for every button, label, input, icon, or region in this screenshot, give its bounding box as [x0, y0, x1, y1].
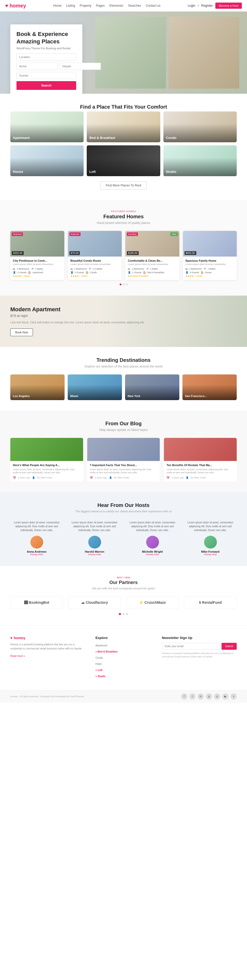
- social-vimeo[interactable]: v: [231, 694, 237, 700]
- partner-rentalfund[interactable]: $ RentalFund: [184, 596, 237, 609]
- partner-crunchmaze[interactable]: ⚡ CrunchMaze: [126, 596, 179, 609]
- social-youtube[interactable]: ▶: [222, 694, 228, 700]
- blog-title: From Our Blog: [10, 421, 237, 426]
- guests-input[interactable]: [16, 72, 76, 79]
- blog-post-meta-2: 4 years ago By Mike Foster: [167, 476, 234, 479]
- home-icon-0: [28, 271, 31, 274]
- host-role-0: Homey Host: [10, 553, 63, 556]
- nav-pages[interactable]: Pages: [96, 4, 105, 8]
- footer-link-hotel[interactable]: Hotel: [95, 661, 152, 666]
- category-loft[interactable]: Loft: [87, 145, 160, 176]
- host-name-3: Mike Forward: [184, 550, 237, 553]
- dot-2[interactable]: [126, 283, 128, 285]
- destination-la[interactable]: Los Angeles: [10, 374, 64, 400]
- location-input[interactable]: [16, 53, 76, 60]
- dot-1[interactable]: [123, 283, 125, 285]
- featured-title: Featured Homes: [10, 214, 237, 220]
- home-icon-3: [200, 271, 204, 274]
- book-now-button[interactable]: Book Now: [10, 328, 33, 336]
- blog-post-desc-2: Lorem ipsum dolor sit amet, consectetur …: [167, 468, 234, 474]
- beds-1: 2 Bedrooms: [74, 267, 87, 270]
- newsletter-submit-button[interactable]: Submit: [221, 643, 237, 650]
- partners-grid: 🅱 BookingBot ☁ Cloudfactory ⚡ CrunchMaze…: [10, 596, 237, 609]
- category-condo[interactable]: Condo: [164, 111, 237, 142]
- destination-miami[interactable]: Miami: [68, 374, 122, 400]
- category-studio[interactable]: Studio: [164, 145, 237, 176]
- property-card-3[interactable]: $455.00 Spacious Family Home Lorem ipsum…: [183, 231, 237, 280]
- search-button[interactable]: Search: [16, 81, 76, 90]
- calendar-icon-2: [167, 476, 170, 479]
- nav-listing[interactable]: Listing: [66, 4, 75, 8]
- nav-home[interactable]: Home: [53, 4, 61, 8]
- property-card-1[interactable]: featured $79.00 Beautiful Condo Room Lor…: [68, 231, 122, 280]
- featured-grid: featured $350.00 City Penthouse in Centr…: [10, 231, 237, 280]
- property-name-1: Beautiful Condo Room: [71, 259, 119, 262]
- property-card-2[interactable]: trending New $185.00 Comfortable & Clean…: [125, 231, 179, 280]
- category-label-loft: Loft: [89, 170, 96, 173]
- nav-contact[interactable]: Contact us: [146, 4, 160, 8]
- property-rating-3: ★★★★☆ Good: [186, 275, 234, 277]
- depart-input[interactable]: [60, 63, 101, 70]
- destination-ny[interactable]: New York: [125, 374, 179, 400]
- property-name-2: Comfortable & Clean Be...: [128, 259, 177, 262]
- blog-post-meta-0: 4 years ago By Mike Foster: [13, 476, 80, 479]
- footer-link-apartment[interactable]: Apartment: [95, 643, 152, 648]
- footer-link-studio[interactable]: » Studio: [95, 674, 152, 678]
- property-badge-2: trending: [127, 232, 138, 236]
- footer-newsletter-desc: Homey is a powerful booking platform tha…: [162, 652, 237, 659]
- trending-section: Trending Destinations Explore our select…: [0, 347, 247, 410]
- footer-link-bb[interactable]: » Bed & Breakfast: [95, 649, 152, 654]
- footer-link-loft[interactable]: » Loft: [95, 667, 152, 672]
- nav-searches[interactable]: Searches: [128, 4, 141, 8]
- partner-bookingbot[interactable]: 🅱 BookingBot: [10, 596, 63, 609]
- partner-dot-2[interactable]: [126, 613, 128, 615]
- partner-dot-0[interactable]: [119, 613, 121, 615]
- property-price-0: $350.00: [12, 251, 24, 255]
- footer-about-col: ♥ homey Homey is a powerful booking plat…: [10, 636, 85, 680]
- find-more-button[interactable]: Find More Places To Rent: [100, 181, 147, 189]
- category-bb[interactable]: Bed & Breakfast: [87, 111, 160, 142]
- social-pinterest[interactable]: p: [214, 694, 220, 700]
- social-google[interactable]: g: [206, 694, 212, 700]
- partner-cloudfactory[interactable]: ☁ Cloudfactory: [68, 596, 121, 609]
- become-host-button[interactable]: Become a Host: [215, 3, 242, 9]
- blog-section: From Our Blog Help always update on late…: [0, 410, 247, 492]
- blog-date-2: 4 years ago: [172, 476, 184, 479]
- social-linkedin[interactable]: in: [197, 694, 204, 700]
- blog-card-2[interactable]: Ten Benefits Of Rentals That Ma... Lorem…: [164, 438, 237, 482]
- logo[interactable]: ♥ homey: [5, 3, 26, 9]
- property-image-2: trending New $185.00: [125, 231, 179, 256]
- social-twitter[interactable]: t: [189, 694, 196, 700]
- footer-explore-title: Explore: [95, 636, 152, 640]
- footer-read-more-link[interactable]: Read more »: [10, 655, 25, 657]
- destination-sf[interactable]: San Francisco...: [183, 374, 237, 400]
- baths-icon-2: [146, 267, 149, 270]
- nav-property[interactable]: Property: [80, 4, 91, 8]
- blog-image-2: [164, 438, 237, 461]
- dot-0[interactable]: [120, 283, 122, 285]
- featured-section: Featured Homes Featured Homes Hand-picke…: [0, 200, 247, 296]
- nav-elementor[interactable]: Elementor: [109, 4, 124, 8]
- arrive-input[interactable]: [16, 63, 58, 70]
- footer-link-condo[interactable]: Condo: [95, 655, 152, 660]
- property-image-0: featured $350.00: [10, 231, 64, 256]
- login-link[interactable]: Login: [188, 4, 195, 8]
- hero-title: Book & Experience Amazing Places: [16, 30, 76, 45]
- social-facebook[interactable]: f: [181, 694, 187, 700]
- guests-2: 1 Guests: [132, 271, 141, 274]
- partners-subtitle: We join with the best companies around t…: [10, 587, 237, 590]
- category-label-apartment: Apartment: [13, 136, 30, 140]
- property-price-2: $185.00: [127, 251, 139, 255]
- newsletter-input[interactable]: [162, 643, 220, 650]
- category-apartment[interactable]: Apartment: [10, 111, 83, 142]
- footer: ♥ homey Homey is a powerful booking plat…: [0, 625, 247, 703]
- register-link[interactable]: Register: [201, 4, 213, 8]
- property-card-0[interactable]: featured $350.00 City Penthouse in Centr…: [10, 231, 64, 280]
- blog-card-0[interactable]: Here's What People Are Saying A... Lorem…: [10, 438, 83, 482]
- partner-dot-1[interactable]: [122, 613, 125, 615]
- footer-newsletter-title: Newsletter Sign Up: [162, 636, 237, 640]
- category-house[interactable]: House: [10, 145, 83, 176]
- blog-card-1[interactable]: 7 Important Facts That You Shoul... Lore…: [87, 438, 160, 482]
- guests-1: 4 Guests: [75, 271, 84, 274]
- beds-icon-3: [186, 267, 188, 270]
